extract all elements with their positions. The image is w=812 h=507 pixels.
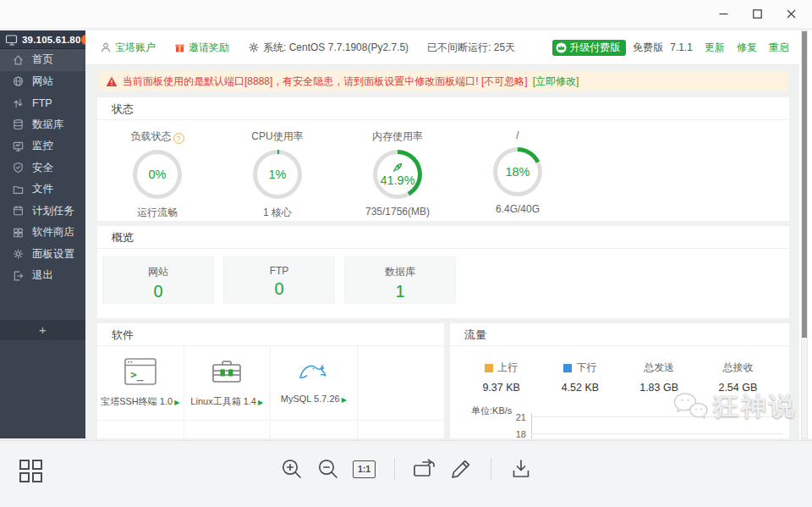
software-item-Linux工具箱 1.4[interactable]: Linux工具箱 1.4▶: [184, 346, 272, 420]
overview-box-网站[interactable]: 网站0: [102, 256, 214, 304]
gauge-value: 41.9%: [380, 174, 414, 187]
update-link[interactable]: 更新: [705, 41, 725, 55]
gauge-内存使用率: 内存使用率41.9%735/1756(MB): [337, 130, 458, 220]
repair-link[interactable]: 修复: [737, 41, 757, 55]
shield-icon: [12, 161, 25, 174]
overview-box-FTP[interactable]: FTP0: [223, 256, 335, 304]
window-titlebar: [0, 0, 812, 28]
gauge-ring: 0%: [133, 150, 182, 199]
gauge-label: 负载状态?: [97, 130, 217, 144]
overview-box-数据库[interactable]: 数据库1: [344, 256, 456, 304]
help-icon[interactable]: ?: [173, 133, 184, 144]
sidebar-item-monitor[interactable]: 监控: [0, 135, 85, 157]
software-cell-empty: [358, 346, 445, 420]
sidebar-item-label: FTP: [32, 97, 52, 109]
sidebar-item-security[interactable]: 安全: [0, 157, 85, 179]
software-item-宝塔SSH终端 1.0[interactable]: >_宝塔SSH终端 1.0▶: [97, 346, 184, 420]
toolbox-icon: [210, 358, 244, 385]
traffic-title: 流量: [450, 323, 789, 346]
actual-size-button[interactable]: 1:1: [351, 455, 378, 482]
folder-icon: [12, 183, 25, 196]
sidebar-item-label: 面板设置: [32, 247, 74, 262]
crown-icon: [556, 42, 567, 53]
sidebar-item-cron[interactable]: 计划任务: [0, 201, 85, 223]
panel-main: 宝塔账户 邀请奖励 系统: CentOS 7.7.1908(Py2.7.5) 已…: [85, 30, 799, 438]
zoom-out-button[interactable]: [315, 455, 342, 482]
gauge-subtext: 735/1756(MB): [337, 206, 458, 218]
overview-label: 网站: [103, 265, 213, 279]
invite-link[interactable]: 邀请奖励: [174, 41, 229, 55]
rocket-icon[interactable]: [392, 162, 403, 174]
warning-icon: [106, 76, 118, 87]
scrollbar-area: [799, 30, 812, 438]
overview-value: 0: [103, 282, 213, 301]
sidebar-item-logout[interactable]: 退出: [0, 265, 85, 287]
edition-label: 免费版: [633, 41, 663, 55]
sidebar-item-label: 计划任务: [32, 204, 74, 218]
upgrade-button[interactable]: 升级付费版: [552, 40, 626, 56]
software-cell-empty: [184, 420, 272, 438]
server-header[interactable]: 39.105.61.80 0: [0, 30, 85, 49]
gauge-ring: 41.9%: [373, 150, 422, 199]
sidebar-item-label: 监控: [32, 139, 53, 153]
software-name: 宝塔SSH终端 1.0▶: [97, 395, 184, 408]
overview-label: 数据库: [345, 265, 455, 279]
sidebar-item-home[interactable]: 首页: [0, 49, 85, 71]
version-label: 7.1.1: [670, 41, 693, 53]
gear-icon: [248, 41, 260, 53]
bt-panel-screenshot: 39.105.61.80 0 首页网站FTP数据库监控安全文件计划任务软件商店面…: [0, 30, 812, 438]
software-item-MySQL 5.7.26[interactable]: MySQL 5.7.26▶: [271, 346, 358, 420]
y-axis-tick: 21: [506, 412, 526, 422]
maximize-button[interactable]: [744, 3, 770, 25]
gauge-subtext: 6.4G/40G: [458, 203, 578, 215]
overview-value: 1: [345, 282, 455, 301]
overview-value: 0: [224, 279, 334, 299]
software-cell-empty: [97, 420, 184, 438]
ftp-icon: [12, 96, 25, 110]
sidebar-item-database[interactable]: 数据库: [0, 114, 85, 136]
panel-topbar: 宝塔账户 邀请奖励 系统: CentOS 7.7.1908(Py2.7.5) 已…: [85, 30, 799, 65]
monitor-icon: [12, 140, 25, 153]
zoom-in-button[interactable]: [278, 455, 305, 482]
traffic-stat-上行: 上行9.37 KB: [462, 361, 540, 394]
gift-icon: [174, 42, 185, 53]
rotate-button[interactable]: [411, 455, 438, 482]
software-name: MySQL 5.7.26▶: [271, 394, 357, 404]
sidebar-nav: 首页网站FTP数据库监控安全文件计划任务软件商店面板设置退出: [0, 49, 85, 287]
toolbar-divider: [394, 458, 395, 480]
software-name: Linux工具箱 1.4▶: [184, 395, 271, 408]
warning-modify-link[interactable]: [立即修改]: [533, 74, 579, 89]
overview-label: FTP: [224, 265, 334, 277]
software-cell-empty: [271, 420, 358, 438]
scrollbar-track[interactable]: [801, 30, 808, 438]
legend-swatch: [563, 364, 572, 372]
viewer-toolbar: 1:1: [0, 440, 812, 507]
image-viewer-canvas: 39.105.61.80 0 首页网站FTP数据库监控安全文件计划任务软件商店面…: [0, 28, 812, 440]
gauge-subtext: 1 核心: [217, 206, 337, 220]
svg-text:>_: >_: [130, 368, 144, 382]
status-card: 状态 负载状态?0%运行流畅CPU使用率1%1 核心内存使用率41.9%735/…: [97, 97, 789, 221]
restart-link[interactable]: 重启: [769, 41, 789, 55]
gauge-/: /18%6.4G/40G: [458, 130, 578, 220]
system-info: 系统: CentOS 7.7.1908(Py2.7.5): [248, 41, 409, 55]
logout-icon: [12, 269, 25, 283]
watermark: 狂神说: [672, 389, 797, 424]
sidebar-item-settings[interactable]: 面板设置: [0, 244, 85, 266]
minimize-button[interactable]: [710, 3, 736, 25]
edit-button[interactable]: [447, 455, 475, 482]
scrollbar-thumb[interactable]: [802, 31, 807, 338]
close-button[interactable]: [778, 3, 804, 25]
sidebar-item-files[interactable]: 文件: [0, 179, 85, 201]
gauge-value: 18%: [505, 165, 529, 179]
database-icon: [12, 118, 25, 131]
sidebar-item-appstore[interactable]: 软件商店: [0, 222, 85, 244]
account-link[interactable]: 宝塔账户: [100, 41, 156, 55]
store-icon: [12, 226, 25, 240]
sidebar-add-button[interactable]: +: [0, 320, 85, 340]
sidebar-item-label: 安全: [32, 161, 53, 175]
sidebar-item-ftp[interactable]: FTP: [0, 92, 85, 114]
calendar-icon: [12, 204, 25, 218]
mysql-icon: [296, 358, 332, 383]
save-button[interactable]: [508, 455, 535, 482]
sidebar-item-sites[interactable]: 网站: [0, 71, 85, 93]
